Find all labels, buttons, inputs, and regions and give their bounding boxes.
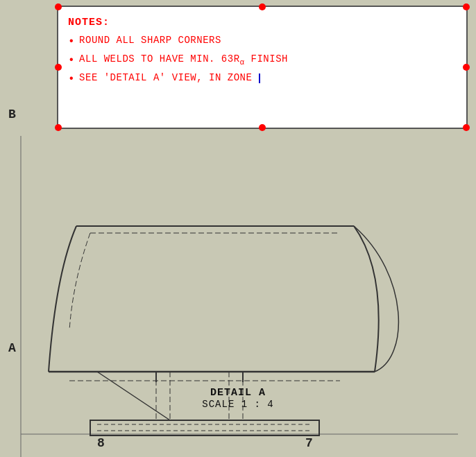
bullet-2: • — [68, 51, 75, 70]
notes-box: NOTES: • ROUND ALL SHARP CORNERS • ALL W… — [57, 6, 468, 129]
grid-label-b: B — [8, 107, 16, 121]
notes-text-3: SEE 'DETAIL A' VIEW, IN ZONE — [79, 70, 260, 87]
notes-content: NOTES: • ROUND ALL SHARP CORNERS • ALL W… — [68, 17, 457, 118]
corner-dot-bl — [55, 124, 62, 131]
detail-scale: SCALE 1 : 4 — [202, 399, 273, 410]
bullet-1: • — [68, 33, 75, 51]
corner-dot-br — [463, 124, 470, 131]
notes-item-1: • ROUND ALL SHARP CORNERS — [68, 33, 457, 51]
notes-text-2: ALL WELDS TO HAVE MIN. 63Rα FINISH — [79, 51, 288, 69]
notes-item-3: • SEE 'DETAIL A' VIEW, IN ZONE — [68, 70, 457, 89]
svg-rect-11 — [90, 420, 319, 436]
notes-text-1: ROUND ALL SHARP CORNERS — [79, 33, 221, 49]
svg-line-10 — [97, 372, 170, 420]
detail-title: DETAIL A — [202, 387, 273, 399]
zone-8: 8 — [97, 436, 105, 450]
text-cursor — [259, 74, 260, 83]
mid-dot-b — [259, 124, 266, 131]
detail-label: DETAIL A SCALE 1 : 4 — [202, 387, 273, 410]
mid-dot-t — [259, 3, 266, 10]
notes-item-2: • ALL WELDS TO HAVE MIN. 63Rα FINISH — [68, 51, 457, 70]
notes-title: NOTES: — [68, 17, 457, 28]
zone-7: 7 — [305, 436, 313, 450]
corner-dot-tl — [55, 3, 62, 10]
mid-dot-r — [463, 64, 470, 71]
mid-dot-l — [55, 64, 62, 71]
bullet-3: • — [68, 70, 75, 89]
corner-dot-tr — [463, 3, 470, 10]
